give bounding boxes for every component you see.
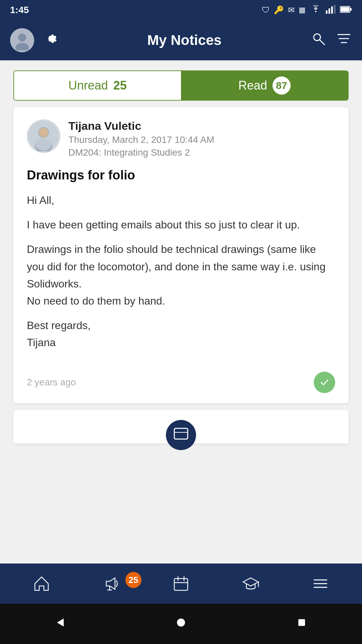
tab-unread[interactable]: Unread 25 [14,71,181,100]
sim-status-icon: ▦ [299,6,306,14]
svg-point-18 [36,139,52,151]
bottom-nav-calendar[interactable] [146,575,216,592]
notices-icon [102,575,120,593]
android-back-button[interactable] [54,616,67,632]
android-home-button[interactable] [174,616,188,632]
page-title: My Notices [58,32,310,48]
calendar-icon [173,575,189,592]
svg-rect-0 [326,10,327,14]
svg-line-10 [320,40,324,45]
battery-status-icon [340,6,352,14]
svg-rect-23 [174,579,188,590]
message-card: Tijana Vuletic Thursday, March 2, 2017 1… [13,107,349,403]
sender-avatar [27,119,60,153]
svg-marker-32 [57,619,64,627]
tab-toggle: Unread 25 Read 87 [13,70,349,101]
body-line-3: Drawings in the folio should be technica… [27,241,335,310]
user-avatar[interactable] [10,28,34,52]
unread-label: Unread [68,78,108,93]
bottom-nav-home[interactable] [7,575,76,592]
bottom-nav-learn[interactable] [216,575,286,592]
card-footer: 2 years ago [27,365,335,393]
settings-button[interactable] [42,31,58,50]
home-icon [33,575,50,592]
menu-icon [312,575,329,592]
svg-rect-2 [331,6,333,14]
next-card-partial [13,410,349,443]
nav-left-group [10,28,58,52]
message-body: Hi All, I have been getting emails about… [27,192,335,352]
nav-right-group [310,31,352,50]
unread-count: 25 [113,78,127,93]
read-label: Read [238,78,267,93]
svg-rect-6 [341,7,349,12]
sender-name: Tijana Vuletic [68,119,214,132]
mail-status-icon: ✉ [288,5,295,15]
message-subject: Drawings for folio [27,168,335,182]
svg-marker-27 [243,578,258,586]
message-course: DM204: Integrating Studies 2 [68,147,214,158]
read-checkmark[interactable] [314,372,335,393]
bottom-nav-notices[interactable]: 25 [76,575,146,593]
learn-icon [242,575,259,592]
android-nav [0,604,362,644]
svg-point-17 [39,128,48,137]
card-meta: Tijana Vuletic Thursday, March 2, 2017 1… [68,119,214,158]
notices-badge: 25 [125,572,141,588]
filter-button[interactable] [336,31,352,50]
tab-read[interactable]: Read 87 [181,71,348,100]
body-line-2: I have been getting emails about this so… [27,216,335,233]
nav-bar: My Notices [0,20,362,60]
partial-avatar [166,420,196,450]
time-ago: 2 years ago [27,377,76,388]
message-date: Thursday, March 2, 2017 10:44 AM [68,135,214,145]
body-line-4: Best regards, Tijana [27,317,335,351]
svg-point-8 [15,43,29,50]
svg-rect-1 [328,8,330,14]
status-bar: 1:45 🛡 🔑 ✉ ▦ [0,0,362,20]
key-status-icon: 🔑 [274,5,284,15]
shield-status-icon: 🛡 [262,5,270,15]
search-button[interactable] [310,31,326,50]
android-recents-button[interactable] [295,616,308,632]
read-count-badge: 87 [273,76,291,95]
bottom-nav-menu[interactable] [286,575,355,592]
card-header: Tijana Vuletic Thursday, March 2, 2017 1… [27,119,335,158]
status-time: 1:45 [10,5,29,15]
svg-rect-3 [334,5,336,14]
svg-point-7 [18,34,26,42]
svg-rect-19 [174,428,188,439]
svg-point-33 [177,619,185,627]
svg-rect-5 [350,8,352,11]
signal-status-icon [326,5,336,15]
bottom-nav: 25 [0,564,362,604]
svg-rect-34 [298,619,305,626]
wifi-status-icon [310,5,322,15]
body-line-1: Hi All, [27,192,335,209]
status-icons: 🛡 🔑 ✉ ▦ [262,5,352,15]
